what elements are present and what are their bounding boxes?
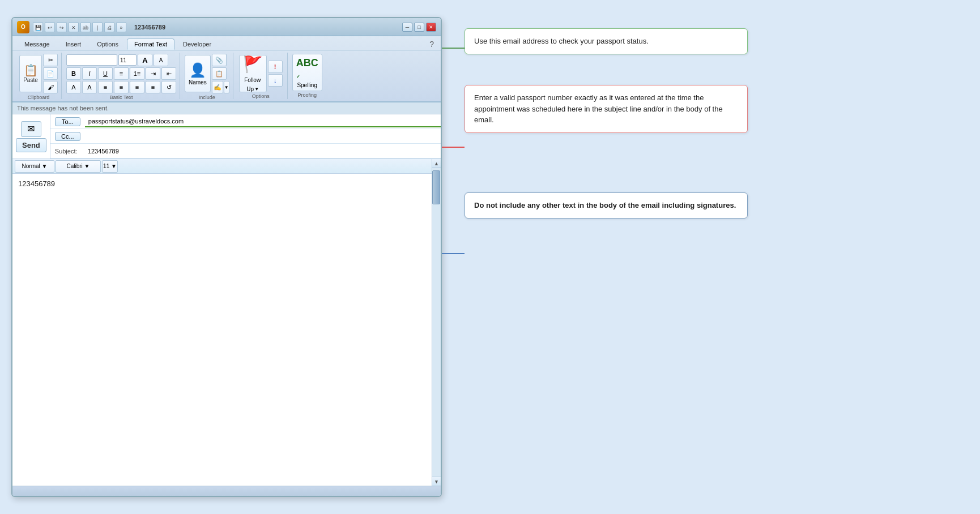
proofing-buttons: ABC✓ Spelling — [292, 54, 322, 91]
followup-buttons: 🚩 Follow Up ▼ ! ↓ — [239, 55, 283, 92]
send-icon-box: ✉ — [21, 121, 41, 137]
title-toolbar-icons: 💾 ↩ ↪ ✕ ab | 🖨 » — [33, 22, 126, 32]
annotations-area: Use this email address to check your pas… — [442, 17, 969, 497]
font-selector[interactable] — [66, 54, 117, 66]
cc-button[interactable]: Cc... — [55, 132, 80, 141]
close-small-icon[interactable]: ✕ — [69, 22, 79, 32]
cc-input[interactable] — [85, 131, 441, 142]
justify-button[interactable]: ≡ — [146, 81, 160, 93]
align-right-button[interactable]: ≡ — [130, 81, 144, 93]
undo-icon[interactable]: ↩ — [45, 22, 55, 32]
followup-flag-icon: 🚩 — [243, 55, 263, 74]
ribbon-group-basic-text: A A B I U ≡ 1≡ ⇥ ⇤ A — [63, 53, 180, 99]
paste-icon: 📋 — [24, 65, 38, 76]
proofing-label: Proofing — [297, 92, 317, 98]
minimize-button[interactable]: ─ — [402, 23, 412, 32]
followup-button[interactable]: 🚩 Follow Up ▼ — [239, 55, 267, 92]
attach-item-button[interactable]: 📋 — [212, 67, 227, 80]
include-sub-buttons: 👤 Names — [185, 55, 211, 92]
high-importance-button[interactable]: ! — [268, 61, 283, 73]
copy-button[interactable]: 📄 — [43, 67, 58, 80]
send-button[interactable]: Send — [16, 138, 46, 152]
include-label: Include — [199, 95, 215, 100]
signature-dropdown[interactable]: ▼ — [224, 81, 229, 93]
to-row: To... — [50, 114, 441, 129]
names-icon: 👤 — [189, 62, 206, 78]
highlight-button[interactable]: A — [82, 81, 97, 93]
bullets-button[interactable]: ≡ — [114, 67, 129, 80]
more-tools-icon[interactable]: » — [116, 22, 126, 32]
outlook-window: O 💾 ↩ ↪ ✕ ab | 🖨 » 123456789 ─ □ ✕ — [11, 17, 442, 497]
message-bar-text: This message has not been sent. — [17, 105, 109, 112]
include-buttons: 👤 Names 📎 📋 ✍ ▼ — [185, 54, 229, 93]
ribbon-help-icon[interactable]: ? — [427, 38, 436, 50]
body-size-dropdown[interactable]: 11 ▼ — [102, 160, 118, 173]
callout-blue-text: Do not include any other text in the bod… — [474, 201, 736, 209]
tab-insert[interactable]: Insert — [58, 38, 89, 50]
font-color-button[interactable]: A — [66, 81, 81, 93]
style-row: B I U ≡ 1≡ ⇥ ⇤ — [66, 67, 176, 80]
save-icon[interactable]: 💾 — [33, 22, 43, 32]
title-bar: O 💾 ↩ ↪ ✕ ab | 🖨 » 123456789 ─ □ ✕ — [12, 18, 441, 36]
window-controls: ─ □ ✕ — [402, 23, 436, 32]
tab-options[interactable]: Options — [90, 38, 126, 50]
followup-options-label: Options — [252, 93, 270, 99]
size-selector[interactable] — [118, 54, 137, 66]
format-painter-button[interactable]: 🖌 — [43, 81, 58, 93]
callout-red: Enter a valid passport number exactly as… — [465, 85, 748, 133]
maximize-button[interactable]: □ — [414, 23, 424, 32]
indent-button[interactable]: ⇥ — [146, 67, 160, 80]
align-center-button[interactable]: ≡ — [114, 81, 129, 93]
followup-label-row2: Up ▼ — [246, 86, 259, 92]
to-input[interactable] — [85, 116, 441, 127]
email-body-text[interactable]: 123456789 — [12, 174, 432, 486]
shrink-font-button[interactable]: A — [154, 54, 168, 66]
subject-input[interactable] — [84, 146, 441, 156]
attach-sub-buttons: 📎 📋 ✍ ▼ — [212, 54, 229, 93]
underline-button[interactable]: U — [98, 67, 113, 80]
tab-message[interactable]: Message — [17, 38, 57, 50]
signature-button[interactable]: ✍ — [212, 81, 223, 93]
align-left-button[interactable]: ≡ — [98, 81, 113, 93]
paste-button[interactable]: 📋 Paste — [19, 55, 42, 92]
to-button[interactable]: To... — [55, 117, 80, 126]
close-button[interactable]: ✕ — [426, 23, 436, 32]
cut-button[interactable]: ✂ — [43, 54, 58, 66]
separator-icon: | — [92, 22, 103, 32]
outdent-button[interactable]: ⇤ — [161, 67, 176, 80]
clear-format-button[interactable]: ↺ — [161, 81, 176, 93]
bold-button[interactable]: B — [66, 67, 81, 80]
body-content: 123456789 — [18, 179, 55, 188]
followup-text2: Up — [246, 86, 254, 92]
window-title: 123456789 — [134, 24, 165, 31]
redo-icon[interactable]: ↪ — [57, 22, 67, 32]
scrollbar[interactable]: ▲ ▼ — [432, 159, 441, 486]
italic-button[interactable]: I — [82, 67, 97, 80]
followup-dropdown-arrow[interactable]: ▼ — [254, 87, 259, 92]
callout-red-text: Enter a valid passport number exactly as… — [474, 93, 723, 124]
attach-file-button[interactable]: 📎 — [212, 54, 227, 66]
body-style-dropdown[interactable]: Normal ▼ — [15, 160, 54, 173]
scroll-thumb[interactable] — [432, 170, 440, 204]
main-container: O 💾 ↩ ↪ ✕ ab | 🖨 » 123456789 ─ □ ✕ — [0, 0, 980, 514]
grow-font-button[interactable]: A — [138, 54, 152, 66]
clipboard-sub-buttons: ✂ 📄 🖌 — [43, 54, 58, 93]
ribbon: Message Insert Options Format Text Devel… — [12, 36, 441, 102]
scroll-down-arrow[interactable]: ▼ — [432, 477, 441, 486]
abc-icon[interactable]: ab — [80, 22, 91, 32]
email-form: ✉ Send To... Cc... — [12, 114, 441, 159]
cc-row: Cc... — [50, 129, 441, 144]
low-importance-button[interactable]: ↓ — [268, 74, 283, 87]
callout-green: Use this email address to check your pas… — [465, 28, 748, 54]
spelling-button[interactable]: ABC✓ Spelling — [292, 54, 322, 91]
names-button[interactable]: 👤 Names — [185, 55, 211, 92]
print-icon[interactable]: 🖨 — [104, 22, 114, 32]
paste-label: Paste — [23, 77, 38, 83]
ribbon-group-followup: 🚩 Follow Up ▼ ! ↓ — [235, 53, 288, 99]
tab-developer[interactable]: Developer — [176, 38, 219, 50]
scroll-up-arrow[interactable]: ▲ — [432, 159, 441, 168]
numbering-button[interactable]: 1≡ — [130, 67, 144, 80]
followup-label-row: Follow — [244, 75, 261, 85]
body-font-dropdown[interactable]: Calibri ▼ — [56, 160, 101, 173]
tab-format-text[interactable]: Format Text — [127, 38, 174, 50]
